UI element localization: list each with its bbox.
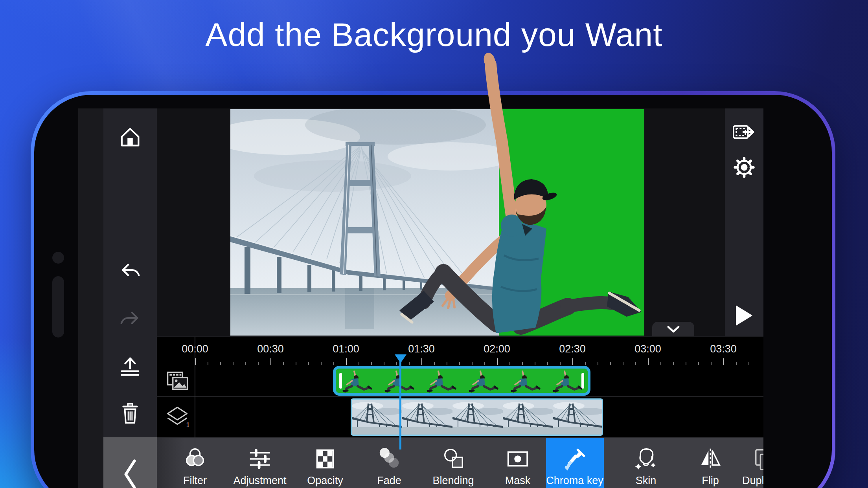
play-icon [734,305,754,327]
trash-icon [119,402,142,425]
left-toolbar [103,108,157,437]
toolbar-item-filter[interactable]: Filter [166,446,224,486]
ruler-major-tick [421,358,422,365]
phone-mockup: 00:0000:3001:0001:3002:0002:3003:0003:30 [31,91,835,488]
play-button[interactable] [732,303,757,328]
home-icon [119,125,142,148]
delete-button[interactable] [118,401,143,426]
toolbar-item-mask[interactable]: Mask [488,446,547,486]
undo-icon [119,260,142,283]
toolbar-item-skin-smoothener[interactable]: Skin Smoothener [616,446,675,488]
chevron-left-icon [121,458,139,488]
produce-button[interactable] [732,119,757,145]
ruler-time-label: 02:30 [559,343,586,355]
overlay-track-button[interactable]: 1 [165,404,190,429]
opacity-icon [313,446,338,471]
produce-export-icon [732,121,756,143]
redo-icon [119,308,142,330]
ruler-time-label: 02:00 [484,343,510,355]
ruler-time-label: 01:30 [408,343,435,355]
clip-thumbnails [336,369,588,393]
ruler-major-tick [346,358,347,365]
toolbar-item-blending[interactable]: Blending [424,446,483,486]
toolbar-item-opacity[interactable]: Opacity [296,446,355,486]
phone-bezel: 00:0000:3001:0001:3002:0002:3003:0003:30 [34,95,832,488]
track-separator [157,396,763,397]
toolbar-item-fade[interactable]: Fade [360,446,419,486]
adjustment-icon [247,446,272,471]
notch-strip [78,108,103,488]
ruler-major-tick [497,358,498,365]
gear-icon [732,156,756,179]
toolbar-item-chroma-key-active[interactable]: Chroma key [546,438,604,488]
mask-icon [505,446,530,471]
page-title: Add the Background you Want [0,16,868,54]
flip-icon [698,446,723,471]
settings-button[interactable] [732,155,757,180]
video-preview[interactable] [230,109,644,336]
duplicate-icon [752,446,763,471]
home-button[interactable] [118,124,143,149]
chevron-down-icon [664,325,682,334]
green-screen-clip[interactable] [333,366,590,396]
timeline-ruler[interactable]: 00:0000:3001:0001:3002:0002:3003:0003:30 [157,336,763,365]
blending-icon [441,446,466,471]
ruler-time-label: 00:30 [257,343,284,355]
layer-badge: 1 [186,421,189,428]
speaker-pill [52,276,64,338]
effects-toolbar: Filter Adjustment [157,437,763,488]
fade-icon [377,446,402,471]
upload-icon [119,355,142,378]
undo-button[interactable] [118,259,143,284]
timeline-tracks: 1 [157,365,763,437]
trim-handle-right[interactable] [581,373,584,389]
trim-handle-left[interactable] [339,373,342,389]
layers-icon: 1 [166,405,189,428]
ruler-time-label: 03:00 [634,343,661,355]
toolbar-item-adjustment[interactable]: Adjustment [230,446,289,486]
ruler-major-tick [270,358,271,365]
ruler-major-tick [572,358,573,365]
editor-screen: 00:0000:3001:0001:3002:0002:3003:0003:30 [78,108,763,488]
ruler-major-tick [723,358,724,365]
right-toolbar [725,108,763,336]
bridge-overlay-clip[interactable] [351,398,603,436]
clip-thumbnails [352,400,602,435]
collapse-preview-button[interactable] [652,322,694,336]
filter-icon [182,446,208,471]
toolbar-item-flip[interactable]: Flip [681,446,740,486]
ruler-major-tick [648,358,649,365]
media-track-icon [166,370,189,392]
media-track-button[interactable] [165,368,190,393]
chroma-key-icon [562,446,587,471]
green-screen-panel [499,109,644,336]
export-up-button[interactable] [118,354,143,379]
ruler-time-label: 01:00 [333,343,359,355]
playhead-line [399,356,401,449]
skin-smoothener-icon [633,446,658,471]
camera-dot [52,252,64,264]
back-button[interactable] [103,437,157,488]
ruler-time-label: 03:30 [710,343,737,355]
bridge-background-photo [230,109,499,336]
timeline-zero-line [195,337,195,446]
toolbar-item-duplicate[interactable]: Dupl [737,446,763,486]
redo-button[interactable] [118,306,143,332]
